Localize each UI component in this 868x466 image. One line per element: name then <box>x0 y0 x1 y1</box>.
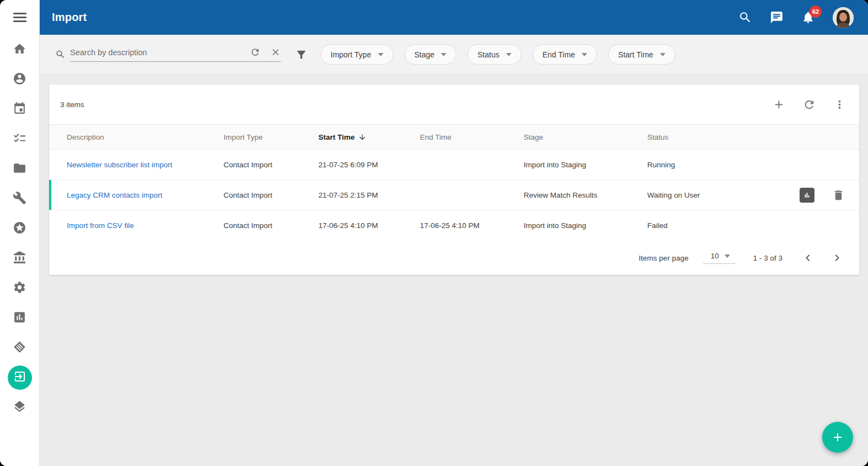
row-actions <box>774 188 859 203</box>
app-window: Import 62 <box>0 0 868 466</box>
sidebar-item-accounts[interactable] <box>0 243 39 273</box>
sidebar-item-tools[interactable] <box>0 184 39 214</box>
pagination-bar: Items per page 10 1 - 3 of 3 <box>49 241 859 275</box>
card-toolbar-actions <box>773 98 846 111</box>
notifications-button[interactable]: 62 <box>801 10 815 24</box>
page-size-select[interactable]: 10 <box>703 252 736 264</box>
sidebar-item-home[interactable] <box>0 35 39 65</box>
trash-icon <box>832 189 845 202</box>
global-search-button[interactable] <box>738 10 752 24</box>
active-item-circle <box>8 366 32 390</box>
page-size-value: 10 <box>711 252 719 260</box>
sidebar-item-calendar[interactable] <box>0 94 39 124</box>
user-avatar[interactable] <box>833 7 854 28</box>
filter-funnel-icon[interactable] <box>295 49 307 61</box>
filter-chip-end-time[interactable]: End Time <box>532 44 597 65</box>
column-header-import-type[interactable]: Import Type <box>223 133 318 141</box>
chevron-down-icon <box>582 53 587 56</box>
filter-chips: Import Type Stage Status End Time Start … <box>321 44 675 65</box>
filter-chip-stage[interactable]: Stage <box>404 44 457 65</box>
status-cell: Waiting on User <box>647 191 774 199</box>
stage-cell: Import into Staging <box>524 221 647 230</box>
checklist-icon <box>13 131 26 147</box>
chevron-down-icon <box>660 53 665 56</box>
add-import-fab[interactable] <box>822 422 853 453</box>
sidebar-item-settings[interactable] <box>0 273 39 303</box>
description-search-field <box>70 47 281 62</box>
import-type-cell: Contact Import <box>223 221 318 230</box>
status-cell: Running <box>647 161 774 169</box>
column-header-description[interactable]: Description <box>49 133 223 141</box>
chevron-down-icon <box>378 53 384 56</box>
next-page-button[interactable] <box>830 251 844 264</box>
sidebar <box>0 0 40 466</box>
import-icon <box>13 370 26 385</box>
items-count: 3 items <box>60 100 84 109</box>
previous-page-button[interactable] <box>801 251 814 264</box>
kebab-menu-icon[interactable] <box>833 98 846 111</box>
sidebar-item-contacts[interactable] <box>0 65 39 94</box>
card-toolbar: 3 items <box>49 84 859 124</box>
settings-gear-icon <box>13 280 26 296</box>
layers-icon <box>13 400 26 416</box>
topbar-actions: 62 <box>738 7 854 28</box>
notification-count-badge: 62 <box>810 6 822 18</box>
search-icon <box>738 10 752 24</box>
search-clear-icon[interactable] <box>270 47 281 57</box>
table-row[interactable]: Newsletter subscriber list import Contac… <box>49 150 859 180</box>
sidebar-item-files[interactable] <box>0 154 39 184</box>
filter-chip-import-type[interactable]: Import Type <box>321 44 393 65</box>
refresh-icon[interactable] <box>803 98 816 111</box>
star-circle-icon <box>13 221 26 237</box>
wrench-icon <box>13 191 26 207</box>
column-header-stage[interactable]: Stage <box>524 133 647 141</box>
start-time-cell: 21-07-25 6:09 PM <box>318 161 420 169</box>
bank-icon <box>13 251 26 267</box>
import-type-cell: Contact Import <box>223 161 318 169</box>
page-title: Import <box>52 11 87 24</box>
filter-chip-status[interactable]: Status <box>467 44 521 65</box>
column-header-end-time[interactable]: End Time <box>420 133 524 141</box>
add-icon[interactable] <box>773 98 785 111</box>
import-description-link[interactable]: Legacy CRM contacts import <box>67 191 162 199</box>
hamburger-menu-button[interactable] <box>0 0 39 35</box>
import-description-link[interactable]: Newsletter subscriber list import <box>67 161 172 169</box>
search-refresh-icon[interactable] <box>250 47 260 57</box>
report-chart-icon <box>13 310 26 326</box>
chevron-down-icon <box>441 53 446 56</box>
column-header-start-time[interactable]: Start Time <box>318 133 420 141</box>
folder-icon <box>13 161 26 177</box>
sidebar-item-layers[interactable] <box>0 393 39 422</box>
summary-chart-button[interactable] <box>800 188 814 203</box>
import-type-cell: Contact Import <box>223 191 318 199</box>
top-app-bar: Import 62 <box>40 0 868 35</box>
import-description-link[interactable]: Import from CSV file <box>67 221 134 230</box>
table-header-row: Description Import Type Start Time End T… <box>49 124 859 150</box>
stage-cell: Import into Staging <box>524 161 647 169</box>
sidebar-item-tags[interactable] <box>0 333 39 363</box>
table-row[interactable]: Import from CSV file Contact Import 17-0… <box>49 210 859 241</box>
sidebar-item-import[interactable] <box>0 363 39 393</box>
sidebar-item-reports[interactable] <box>0 303 39 333</box>
sidebar-item-tasks[interactable] <box>0 124 39 154</box>
tags-icon <box>13 340 26 356</box>
start-time-cell: 21-07-25 2:15 PM <box>318 191 420 199</box>
column-header-status[interactable]: Status <box>647 133 774 141</box>
sidebar-item-favorites[interactable] <box>0 214 39 243</box>
status-cell: Failed <box>647 221 774 230</box>
delete-button[interactable] <box>832 189 845 202</box>
search-input[interactable] <box>70 48 240 57</box>
stage-cell: Review Match Results <box>524 191 647 199</box>
sort-descending-arrow-icon <box>358 133 366 141</box>
table-row[interactable]: Legacy CRM contacts import Contact Impor… <box>49 180 859 210</box>
chevron-left-icon <box>801 251 814 264</box>
chevron-down-icon <box>506 53 512 56</box>
sidebar-items <box>0 35 39 422</box>
items-per-page-label: Items per page <box>639 254 689 262</box>
account-circle-icon <box>13 72 26 88</box>
calendar-icon <box>13 102 26 118</box>
filter-chip-start-time[interactable]: Start Time <box>608 44 675 65</box>
chat-button[interactable] <box>770 10 784 24</box>
chat-icon <box>770 10 784 24</box>
avatar-image <box>833 7 854 28</box>
